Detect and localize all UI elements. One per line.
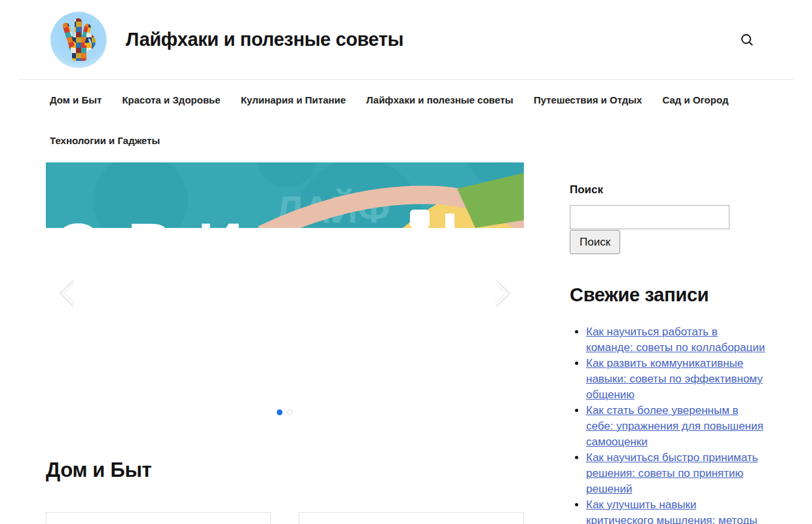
recent-post-item: Как стать более уверенным в себе: упражн… <box>586 403 766 450</box>
recent-posts-list: Как научиться работать в команде: советы… <box>570 324 766 524</box>
search-input[interactable] <box>570 205 729 229</box>
nav-link[interactable]: Кулинария и Питание <box>241 94 346 105</box>
nav-item: Красота и Здоровье <box>122 80 220 121</box>
nav-link[interactable]: Технологии и Гаджеты <box>50 135 160 146</box>
recent-post-link[interactable]: Как развить коммуникативные навыки: сове… <box>586 357 763 401</box>
nav-item: Дом и Быт <box>50 80 101 121</box>
carousel-prev-button[interactable] <box>58 279 76 308</box>
nav-link[interactable]: Дом и Быт <box>50 94 101 105</box>
post-card[interactable] <box>46 512 271 524</box>
recent-posts-title: Свежие записи <box>570 284 766 306</box>
sidebar: Поиск Поиск Свежие записи Как научиться … <box>570 162 766 524</box>
content-row: ЛАЙФ ОВИ <box>18 162 794 524</box>
nav-item: Кулинария и Питание <box>241 80 346 121</box>
section-title: Дом и Быт <box>46 458 524 482</box>
nav-link[interactable]: Сад и Огород <box>662 94 728 105</box>
nav-link[interactable]: Красота и Здоровье <box>122 94 220 105</box>
nav-item: Технологии и Гаджеты <box>50 121 160 161</box>
nav-item: Лайфхаки и полезные советы <box>366 80 513 121</box>
main-column: ЛАЙФ ОВИ <box>46 162 524 524</box>
carousel-dots <box>277 409 293 415</box>
recent-post-link[interactable]: Как научиться быстро принимать решения: … <box>586 451 758 495</box>
recent-post-link[interactable]: Как стать более уверенным в себе: упражн… <box>586 404 764 448</box>
search-widget-label: Поиск <box>570 183 766 196</box>
nav-item: Путешествия и Отдых <box>534 80 642 121</box>
chevron-left-icon <box>58 279 76 308</box>
page-container: Лайфхаки и полезные советы Дом и БытКрас… <box>18 0 794 524</box>
nav-link[interactable]: Путешествия и Отдых <box>534 94 642 105</box>
nav-item: Сад и Огород <box>662 80 728 121</box>
magnifier-icon <box>739 32 755 48</box>
search-submit-button[interactable]: Поиск <box>570 230 620 254</box>
carousel: ЛАЙФ ОВИ <box>46 162 524 424</box>
carousel-dot-1[interactable] <box>277 409 283 415</box>
main-nav-list: Дом и БытКрасота и ЗдоровьеКулинария и П… <box>50 80 794 161</box>
post-cards-row <box>46 512 524 524</box>
recent-post-item: Как развить коммуникативные навыки: сове… <box>586 356 766 403</box>
recent-post-item: Как научиться быстро принимать решения: … <box>586 450 766 497</box>
recent-post-item: Как научиться работать в команде: советы… <box>586 324 766 356</box>
recent-post-link[interactable]: Как научиться работать в команде: советы… <box>586 326 765 354</box>
slide-partial-text: ОВИ <box>54 210 268 228</box>
recent-post-link[interactable]: Как улучшить навыки критического мышлени… <box>586 498 757 524</box>
recent-post-item: Как улучшить навыки критического мышлени… <box>586 497 766 524</box>
site-header: Лайфхаки и полезные советы <box>18 0 794 80</box>
search-icon[interactable] <box>736 29 758 51</box>
carousel-next-button[interactable] <box>494 279 512 308</box>
nav-link[interactable]: Лайфхаки и полезные советы <box>366 94 513 105</box>
site-title: Лайфхаки и полезные советы <box>126 29 403 50</box>
post-card[interactable] <box>299 512 524 524</box>
main-nav: Дом и БытКрасота и ЗдоровьеКулинария и П… <box>18 80 794 161</box>
site-logo[interactable] <box>50 11 107 69</box>
carousel-dot-2[interactable] <box>287 409 293 415</box>
chevron-right-icon <box>494 279 512 308</box>
hand-ok-logo-icon <box>50 11 107 69</box>
carousel-slide-image[interactable]: ЛАЙФ ОВИ <box>46 162 524 228</box>
